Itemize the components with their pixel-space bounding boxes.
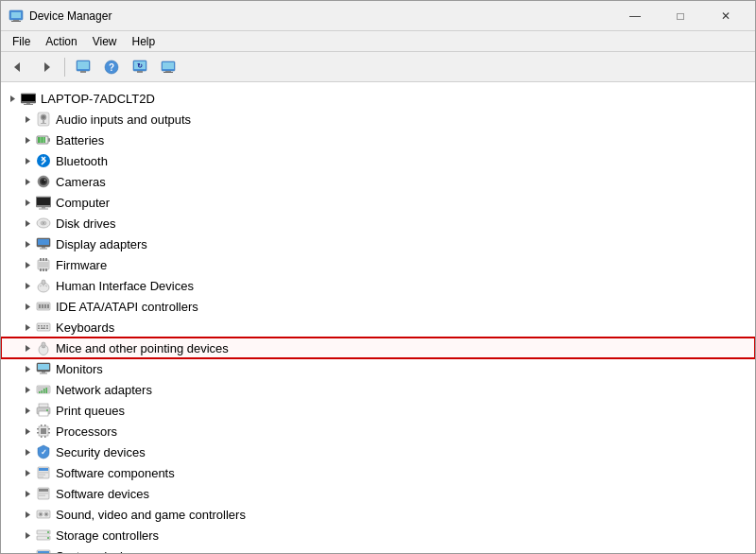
list-item[interactable]: Disk drives bbox=[1, 213, 755, 234]
expander[interactable] bbox=[20, 507, 35, 522]
update-button[interactable] bbox=[155, 55, 181, 79]
expander[interactable] bbox=[20, 403, 35, 418]
list-item[interactable]: Network adapters bbox=[1, 379, 755, 400]
minimize-button[interactable]: — bbox=[613, 1, 657, 31]
svg-rect-87 bbox=[46, 328, 48, 330]
expander[interactable] bbox=[20, 112, 35, 127]
list-item[interactable]: IDE ATA/ATAPI controllers bbox=[1, 296, 755, 317]
security-icon: ✓ bbox=[35, 443, 52, 460]
root-expander[interactable] bbox=[5, 91, 20, 106]
menu-file[interactable]: File bbox=[5, 33, 38, 50]
expander[interactable] bbox=[20, 299, 35, 314]
expander[interactable] bbox=[20, 216, 35, 231]
item-label: Software components bbox=[56, 466, 175, 480]
expander[interactable] bbox=[20, 278, 35, 293]
scan-button[interactable]: ↻ bbox=[127, 55, 153, 79]
expander[interactable] bbox=[20, 340, 35, 355]
item-label: Cameras bbox=[56, 175, 106, 189]
svg-marker-4 bbox=[14, 62, 20, 72]
device-tree-container[interactable]: LAPTOP-7ADCLT2D Audio inputs and out bbox=[1, 82, 755, 553]
root-item[interactable]: LAPTOP-7ADCLT2D bbox=[1, 88, 755, 109]
list-item[interactable]: Monitors bbox=[1, 358, 755, 379]
expander[interactable] bbox=[20, 174, 35, 189]
svg-rect-8 bbox=[80, 71, 86, 73]
svg-rect-78 bbox=[47, 304, 49, 308]
svg-marker-97 bbox=[26, 387, 30, 393]
svg-rect-137 bbox=[40, 513, 42, 515]
menu-view[interactable]: View bbox=[85, 33, 125, 50]
svg-rect-21 bbox=[22, 95, 35, 101]
svg-rect-101 bbox=[42, 390, 43, 393]
svg-rect-102 bbox=[43, 389, 45, 393]
back-button[interactable] bbox=[5, 55, 31, 79]
list-item[interactable]: Software components bbox=[1, 462, 755, 483]
expander[interactable] bbox=[20, 444, 35, 459]
processor-icon bbox=[35, 423, 52, 440]
list-item[interactable]: Keyboards bbox=[1, 317, 755, 338]
svg-point-37 bbox=[37, 154, 50, 167]
close-button[interactable]: ✕ bbox=[704, 1, 747, 31]
svg-rect-112 bbox=[37, 428, 39, 430]
svg-marker-36 bbox=[26, 158, 30, 164]
display-icon bbox=[35, 235, 52, 252]
help-button[interactable]: ? bbox=[98, 55, 125, 79]
properties-button[interactable] bbox=[70, 55, 96, 79]
list-item[interactable]: ✓ Security devices bbox=[1, 441, 755, 462]
expander[interactable] bbox=[20, 132, 35, 147]
svg-rect-68 bbox=[42, 280, 45, 285]
expander[interactable] bbox=[20, 361, 35, 376]
list-item[interactable]: Processors bbox=[1, 421, 755, 441]
menu-action[interactable]: Action bbox=[38, 33, 84, 50]
print-icon bbox=[35, 402, 52, 419]
item-label: Security devices bbox=[56, 445, 146, 459]
svg-rect-18 bbox=[163, 72, 173, 73]
item-label: Batteries bbox=[56, 133, 104, 147]
expander[interactable] bbox=[20, 528, 35, 543]
forward-button[interactable] bbox=[33, 55, 60, 79]
monitor-icon bbox=[35, 360, 52, 377]
expander[interactable] bbox=[20, 153, 35, 168]
expander[interactable] bbox=[20, 320, 35, 335]
title-bar: Device Manager — □ ✕ bbox=[1, 1, 755, 31]
svg-rect-55 bbox=[42, 247, 45, 249]
list-item[interactable]: Bluetooth bbox=[1, 150, 755, 171]
svg-rect-65 bbox=[39, 262, 48, 268]
list-item[interactable]: Human Interface Devices bbox=[1, 275, 755, 296]
svg-rect-117 bbox=[44, 424, 46, 426]
expander[interactable] bbox=[20, 548, 35, 553]
svg-rect-16 bbox=[163, 62, 174, 69]
expander[interactable] bbox=[20, 382, 35, 397]
list-item[interactable]: Sound, video and game controllers bbox=[1, 504, 755, 525]
list-item[interactable]: Batteries bbox=[1, 130, 755, 150]
maximize-button[interactable]: □ bbox=[659, 1, 702, 31]
list-item[interactable]: Firmware bbox=[1, 254, 755, 275]
svg-rect-113 bbox=[37, 432, 39, 434]
hid-icon bbox=[35, 277, 52, 294]
expander[interactable] bbox=[20, 257, 35, 272]
svg-marker-24 bbox=[26, 116, 30, 123]
mice-pointing-devices-item[interactable]: Mice and other pointing devices bbox=[1, 338, 755, 358]
expander[interactable] bbox=[20, 236, 35, 251]
svg-marker-19 bbox=[10, 95, 15, 102]
svg-rect-81 bbox=[38, 325, 40, 327]
svg-rect-119 bbox=[44, 436, 46, 438]
list-item[interactable]: System devices bbox=[1, 545, 755, 553]
expander[interactable] bbox=[20, 465, 35, 480]
svg-rect-132 bbox=[39, 495, 45, 497]
battery-icon bbox=[35, 131, 52, 148]
firmware-icon bbox=[35, 256, 52, 273]
list-item[interactable]: Print queues bbox=[1, 400, 755, 421]
svg-marker-66 bbox=[26, 283, 30, 289]
list-item[interactable]: Cameras bbox=[1, 171, 755, 192]
expander[interactable] bbox=[20, 486, 35, 501]
list-item[interactable]: Audio inputs and outputs bbox=[1, 109, 755, 130]
list-item[interactable]: Display adapters bbox=[1, 234, 755, 254]
expander[interactable] bbox=[20, 424, 35, 439]
svg-rect-76 bbox=[42, 304, 43, 308]
list-item[interactable]: Software devices bbox=[1, 483, 755, 504]
list-item[interactable]: Computer bbox=[1, 192, 755, 213]
expander[interactable] bbox=[20, 195, 35, 210]
list-item[interactable]: Storage controllers bbox=[1, 525, 755, 545]
svg-rect-33 bbox=[38, 137, 45, 143]
menu-help[interactable]: Help bbox=[125, 33, 163, 50]
